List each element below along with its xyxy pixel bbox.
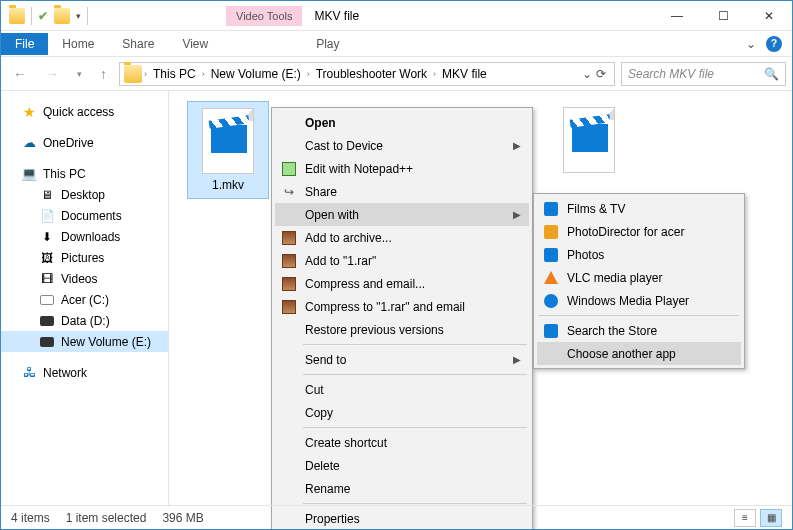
icons-view-button[interactable]: ▦ [760,509,782,527]
video-file-icon [202,108,254,174]
sidebar-videos[interactable]: 🎞Videos [1,268,168,289]
sidebar-downloads[interactable]: ⬇Downloads [1,226,168,247]
crumb-volume[interactable]: New Volume (E:) [207,65,305,83]
chevron-right-icon: ▶ [513,354,521,365]
new-folder-qa-icon[interactable] [54,8,70,24]
ribbon: File Home Share View Play ⌄ ? [1,31,792,57]
menu-copy[interactable]: Copy [275,401,529,424]
window-title: MKV file [314,9,359,23]
sidebar-this-pc[interactable]: 💻This PC [1,163,168,184]
crumb-this-pc[interactable]: This PC [149,65,200,83]
search-placeholder: Search MKV file [628,67,764,81]
menu-delete[interactable]: Delete [275,454,529,477]
sidebar-drive-c[interactable]: Acer (C:) [1,289,168,310]
file-item[interactable] [559,107,619,177]
quick-access-toolbar: ✔ ▾ [1,7,96,25]
star-icon: ★ [21,104,37,120]
menu-add-archive[interactable]: Add to archive... [275,226,529,249]
status-bar: 4 items 1 item selected 396 MB ≡ ▦ [1,505,792,529]
breadcrumb-folder-icon [124,65,142,83]
search-icon: 🔍 [764,67,779,81]
submenu-films-tv[interactable]: Films & TV [537,197,741,220]
submenu-choose-app[interactable]: Choose another app [537,342,741,365]
winrar-icon [281,299,297,315]
submenu-photos[interactable]: Photos [537,243,741,266]
winrar-icon [281,230,297,246]
menu-cut[interactable]: Cut [275,378,529,401]
photos-icon [543,247,559,263]
submenu-wmp[interactable]: Windows Media Player [537,289,741,312]
wmp-icon [543,293,559,309]
winrar-icon [281,253,297,269]
details-view-button[interactable]: ≡ [734,509,756,527]
help-icon[interactable]: ? [766,36,782,52]
open-with-submenu: Films & TV PhotoDirector for acer Photos… [533,193,745,369]
menu-share[interactable]: ↪Share [275,180,529,203]
sidebar: ★Quick access ☁OneDrive 💻This PC 🖥Deskto… [1,91,169,505]
chevron-right-icon: ▶ [513,209,521,220]
menu-edit-notepad[interactable]: Edit with Notepad++ [275,157,529,180]
breadcrumb[interactable]: › This PC › New Volume (E:) › Troublesho… [119,62,615,86]
pictures-icon: 🖼 [39,250,55,266]
crumb-current[interactable]: MKV file [438,65,491,83]
menu-compress-rar-email[interactable]: Compress to "1.rar" and email [275,295,529,318]
menu-rename[interactable]: Rename [275,477,529,500]
menu-send-to[interactable]: Send to▶ [275,348,529,371]
nav-row: ← → ▾ ↑ › This PC › New Volume (E:) › Tr… [1,57,792,91]
desktop-icon: 🖥 [39,187,55,203]
vlc-icon [543,270,559,286]
file-item-selected[interactable]: 1.mkv [187,101,269,199]
menu-create-shortcut[interactable]: Create shortcut [275,431,529,454]
menu-add-rar[interactable]: Add to "1.rar" [275,249,529,272]
ribbon-view-tab[interactable]: View [168,33,222,55]
crumb-folder[interactable]: Troubleshooter Work [312,65,431,83]
sidebar-drive-e[interactable]: New Volume (E:) [1,331,168,352]
status-item-count: 4 items [11,511,50,525]
ribbon-share-tab[interactable]: Share [108,33,168,55]
network-icon: 🖧 [21,365,37,381]
submenu-photodirector[interactable]: PhotoDirector for acer [537,220,741,243]
menu-open[interactable]: Open [275,111,529,134]
qa-dropdown-icon[interactable]: ▾ [76,11,81,21]
minimize-button[interactable]: — [654,1,700,31]
recent-dropdown-icon[interactable]: ▾ [71,67,88,81]
store-icon [543,323,559,339]
ribbon-play-tab[interactable]: Play [302,33,353,55]
properties-qa-icon[interactable]: ✔ [38,9,48,23]
refresh-icon[interactable]: ⟳ [596,67,606,81]
ribbon-home-tab[interactable]: Home [48,33,108,55]
sidebar-desktop[interactable]: 🖥Desktop [1,184,168,205]
maximize-button[interactable]: ☐ [700,1,746,31]
ribbon-expand-icon[interactable]: ⌄ [746,37,756,51]
status-selected: 1 item selected [66,511,147,525]
close-button[interactable]: ✕ [746,1,792,31]
menu-compress-email[interactable]: Compress and email... [275,272,529,295]
sidebar-quick-access[interactable]: ★Quick access [1,101,168,122]
ribbon-file-tab[interactable]: File [1,33,48,55]
drive-icon [39,292,55,308]
films-tv-icon [543,201,559,217]
forward-button[interactable]: → [39,64,65,84]
menu-open-with[interactable]: Open with▶ [275,203,529,226]
folder-icon[interactable] [9,8,25,24]
contextual-tab-label: Video Tools [226,6,302,26]
sidebar-onedrive[interactable]: ☁OneDrive [1,132,168,153]
submenu-search-store[interactable]: Search the Store [537,319,741,342]
menu-restore[interactable]: Restore previous versions [275,318,529,341]
sidebar-network[interactable]: 🖧Network [1,362,168,383]
chevron-right-icon: ▶ [513,140,521,151]
pc-icon: 💻 [21,166,37,182]
sidebar-drive-d[interactable]: Data (D:) [1,310,168,331]
video-file-icon [563,107,615,173]
documents-icon: 📄 [39,208,55,224]
winrar-icon [281,276,297,292]
search-input[interactable]: Search MKV file 🔍 [621,62,786,86]
up-button[interactable]: ↑ [94,64,113,84]
menu-cast[interactable]: Cast to Device▶ [275,134,529,157]
back-button[interactable]: ← [7,64,33,84]
sidebar-documents[interactable]: 📄Documents [1,205,168,226]
sidebar-pictures[interactable]: 🖼Pictures [1,247,168,268]
submenu-vlc[interactable]: VLC media player [537,266,741,289]
context-menu: Open Cast to Device▶ Edit with Notepad++… [271,107,533,530]
breadcrumb-dropdown-icon[interactable]: ⌄ [582,67,592,81]
